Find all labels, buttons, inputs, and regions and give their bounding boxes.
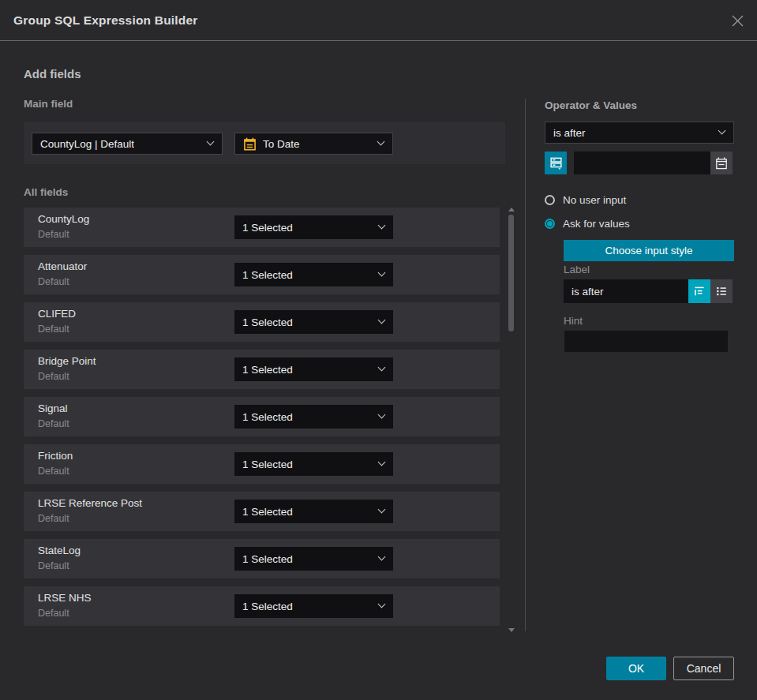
calendar-icon xyxy=(243,137,257,151)
field-selected-value: 1 Selected xyxy=(242,601,293,612)
field-row: Attenuator Default 1 Selected xyxy=(24,255,500,294)
date-field-select-value: To Date xyxy=(263,138,300,150)
chevron-down-icon xyxy=(378,222,386,230)
field-name: CLIFED xyxy=(38,308,76,320)
field-selected-dropdown[interactable]: 1 Selected xyxy=(234,452,393,476)
radio-no-user-input-label: No user input xyxy=(563,194,626,206)
chevron-down-icon xyxy=(378,364,386,372)
operator-select-value: is after xyxy=(553,127,586,139)
field-name: LRSE NHS xyxy=(38,592,92,604)
chevron-down-icon xyxy=(378,269,386,277)
list-style-button[interactable] xyxy=(710,279,733,303)
field-selected-dropdown[interactable]: 1 Selected xyxy=(234,594,393,618)
radio-ask-for-values[interactable]: Ask for values xyxy=(545,216,630,230)
field-selected-value: 1 Selected xyxy=(242,364,293,376)
chevron-down-icon xyxy=(378,411,386,419)
chevron-down-icon xyxy=(207,138,215,146)
field-name: Friction xyxy=(38,450,73,462)
label-input[interactable] xyxy=(564,279,688,303)
field-row: Friction Default 1 Selected xyxy=(24,444,500,484)
field-selected-value: 1 Selected xyxy=(242,269,293,281)
group-sql-expression-builder-dialog: Group SQL Expression Builder Add fields … xyxy=(0,0,757,700)
field-selected-value: 1 Selected xyxy=(242,316,293,328)
main-field-select-value: CountyLog | Default xyxy=(40,138,134,150)
input-type-icon xyxy=(549,156,563,170)
field-type: Default xyxy=(38,608,69,619)
radio-ask-for-values-label: Ask for values xyxy=(563,218,630,230)
field-row: LRSE NHS Default 1 Selected xyxy=(24,586,500,626)
main-field-select[interactable]: CountyLog | Default xyxy=(32,133,223,155)
field-type: Default xyxy=(38,229,69,240)
field-selected-value: 1 Selected xyxy=(242,222,293,234)
label-heading: Label xyxy=(564,264,590,275)
field-selected-dropdown[interactable]: 1 Selected xyxy=(234,547,393,571)
scrollbar-up-arrow[interactable] xyxy=(508,208,515,211)
operator-values-heading: Operator & Values xyxy=(545,99,637,111)
chevron-down-icon xyxy=(718,127,726,135)
radio-no-user-input[interactable]: No user input xyxy=(545,193,626,207)
scrollbar-down-arrow[interactable] xyxy=(508,628,515,632)
main-field-band: CountyLog | Default To Date xyxy=(24,122,505,164)
field-name: Attenuator xyxy=(38,260,87,272)
field-type: Default xyxy=(38,276,69,287)
field-selected-dropdown[interactable]: 1 Selected xyxy=(234,263,393,286)
title-bar: Group SQL Expression Builder xyxy=(0,0,757,41)
bullet-list-icon xyxy=(715,285,728,298)
input-type-button[interactable] xyxy=(545,152,567,174)
field-selected-dropdown[interactable]: 1 Selected xyxy=(234,357,393,381)
cancel-button[interactable]: Cancel xyxy=(673,657,734,680)
main-field-label: Main field xyxy=(24,98,73,110)
field-name: StateLog xyxy=(38,545,81,556)
add-fields-heading: Add fields xyxy=(24,67,81,80)
field-selected-value: 1 Selected xyxy=(242,411,293,423)
field-selected-dropdown[interactable]: 1 Selected xyxy=(234,215,393,239)
all-fields-label: All fields xyxy=(24,186,68,198)
field-name: LRSE Reference Post xyxy=(38,497,142,509)
date-field-select[interactable]: To Date xyxy=(234,133,393,155)
field-type: Default xyxy=(38,371,69,382)
field-selected-value: 1 Selected xyxy=(242,459,293,470)
field-type: Default xyxy=(38,418,69,429)
field-row: LRSE Reference Post Default 1 Selected xyxy=(24,492,500,531)
calendar-icon xyxy=(715,157,728,170)
field-row: Bridge Point Default 1 Selected xyxy=(24,350,500,389)
chevron-down-icon xyxy=(378,459,386,466)
choose-input-style-button[interactable]: Choose input style xyxy=(564,240,734,261)
radio-circle-icon xyxy=(545,219,555,229)
hint-heading: Hint xyxy=(564,315,583,327)
field-row: CLIFED Default 1 Selected xyxy=(24,302,500,342)
scrollbar-thumb[interactable] xyxy=(508,215,514,331)
ok-button[interactable]: OK xyxy=(606,657,666,680)
field-selected-dropdown[interactable]: 1 Selected xyxy=(234,310,393,334)
field-row: CountyLog Default 1 Selected xyxy=(24,208,500,247)
field-selected-value: 1 Selected xyxy=(242,506,293,518)
panel-divider xyxy=(525,99,526,631)
close-button[interactable] xyxy=(728,11,747,30)
value-input[interactable] xyxy=(574,152,710,174)
field-selected-dropdown[interactable]: 1 Selected xyxy=(234,500,393,523)
chevron-down-icon xyxy=(378,506,386,514)
field-name: CountyLog xyxy=(38,213,89,225)
field-row: StateLog Default 1 Selected xyxy=(24,539,500,578)
chevron-down-icon xyxy=(378,601,386,608)
field-type: Default xyxy=(38,560,69,571)
chevron-down-icon xyxy=(377,138,385,146)
field-type: Default xyxy=(38,513,69,524)
close-icon xyxy=(731,14,744,28)
field-name: Signal xyxy=(38,402,68,414)
chevron-down-icon xyxy=(378,553,386,561)
chevron-down-icon xyxy=(378,316,386,324)
field-type: Default xyxy=(38,324,69,335)
single-value-style-button[interactable] xyxy=(688,279,710,303)
field-name: Bridge Point xyxy=(38,355,96,367)
field-selected-value: 1 Selected xyxy=(242,553,293,565)
radio-circle-icon xyxy=(545,195,555,205)
dialog-title: Group SQL Expression Builder xyxy=(13,0,198,41)
field-selected-dropdown[interactable]: 1 Selected xyxy=(234,405,393,429)
field-row: Signal Default 1 Selected xyxy=(24,397,500,436)
field-type: Default xyxy=(38,466,69,477)
hint-input[interactable] xyxy=(564,331,728,352)
calendar-picker-button[interactable] xyxy=(710,152,733,174)
align-left-icon xyxy=(693,285,706,298)
operator-select[interactable]: is after xyxy=(545,122,734,144)
